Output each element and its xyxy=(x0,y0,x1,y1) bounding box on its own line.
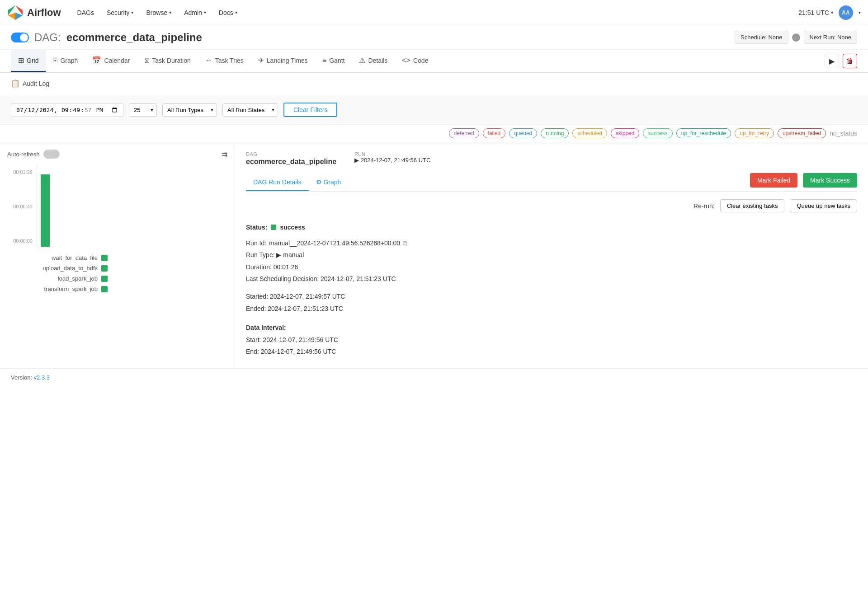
task-list: wait_for_data_file upload_data_to_hdfs l… xyxy=(7,253,227,294)
user-avatar[interactable]: AA xyxy=(839,5,853,20)
task-name-upload: upload_data_to_hdfs xyxy=(7,265,98,272)
panel-tab-graph[interactable]: ⚙ Graph xyxy=(309,174,349,191)
panel-header: DAG ecommerce_data_pipeline Run ▶ 2024-1… xyxy=(246,151,857,166)
columns-icon[interactable]: ⇉ xyxy=(222,150,227,159)
legend-success[interactable]: success xyxy=(643,128,672,138)
task-name-transform: transform_spark_job xyxy=(7,286,98,292)
interval-start-label: Start: xyxy=(246,336,261,343)
clear-tasks-button[interactable]: Clear existing tasks xyxy=(720,199,785,212)
duration-line: Duration: 00:01:26 xyxy=(246,261,857,273)
tab-calendar[interactable]: 📅 Calendar xyxy=(85,50,137,72)
list-item: upload_data_to_hdfs xyxy=(7,263,227,273)
duration-label: Duration: xyxy=(246,263,274,271)
tab-grid[interactable]: ⊞ Grid xyxy=(11,50,46,72)
airflow-logo-text: Airflow xyxy=(27,7,61,19)
run-states-select[interactable]: All Run States success failed running xyxy=(222,103,278,117)
legend-upstream-failed[interactable]: upstream_failed xyxy=(778,128,826,138)
tab-details[interactable]: ⚠ Details xyxy=(352,50,395,72)
nav-links: DAGs Security ▾ Browse ▾ Admin ▾ Docs ▾ xyxy=(72,5,788,20)
dag-col-name: ecommerce_data_pipeline xyxy=(246,158,336,166)
tab-task-duration[interactable]: ⧖ Task Duration xyxy=(137,50,198,72)
legend-up-for-retry[interactable]: up_for_retry xyxy=(735,128,774,138)
duration-value: 00:01:26 xyxy=(274,263,298,271)
legend-running[interactable]: running xyxy=(541,128,569,138)
avatar-chevron: ▾ xyxy=(859,10,861,15)
last-scheduling-value: 2024-12-07, 21:51:23 UTC xyxy=(321,275,396,282)
tab-code-label: Code xyxy=(413,57,428,64)
started-value: 2024-12-07, 21:49:57 UTC xyxy=(270,293,345,300)
last-scheduling-line: Last Scheduling Decision: 2024-12-07, 21… xyxy=(246,273,857,285)
dag-toggle[interactable] xyxy=(11,33,29,42)
copy-icon[interactable]: ⧉ xyxy=(403,237,407,249)
version-link[interactable]: v2.3.3 xyxy=(34,374,50,381)
right-panel: DAG ecommerce_data_pipeline Run ▶ 2024-1… xyxy=(235,142,868,368)
date-filter[interactable] xyxy=(11,103,123,117)
schedule-badge: Schedule: None xyxy=(735,31,788,44)
task-dot-upload[interactable] xyxy=(101,265,108,272)
ended-line: Ended: 2024-12-07, 21:51:23 UTC xyxy=(246,303,857,315)
airflow-logo-icon xyxy=(7,5,24,21)
mark-failed-button[interactable]: Mark Failed xyxy=(750,173,797,188)
tab-landing-times[interactable]: ✈ Landing Times xyxy=(251,50,315,72)
queue-tasks-button[interactable]: Queue up new tasks xyxy=(790,199,857,212)
chart-bar[interactable] xyxy=(41,174,50,247)
task-dot-wait[interactable] xyxy=(101,255,108,261)
nav-security[interactable]: Security ▾ xyxy=(101,5,139,20)
interval-start-value: 2024-12-07, 21:49:56 UTC xyxy=(263,336,338,343)
task-name-load: load_spark_job xyxy=(7,275,98,282)
task-dot-transform[interactable] xyxy=(101,286,108,292)
nav-browse[interactable]: Browse ▾ xyxy=(141,5,177,20)
legend-deferred[interactable]: deferred xyxy=(449,128,479,138)
interval-end-value: 2024-12-07, 21:49:56 UTC xyxy=(261,348,336,355)
interval-start-line: Start: 2024-12-07, 21:49:56 UTC xyxy=(246,334,857,346)
legend-skipped[interactable]: skipped xyxy=(611,128,639,138)
dag-name: ecommerce_data_pipeline xyxy=(66,31,202,44)
tab-code[interactable]: <> Code xyxy=(395,50,435,72)
list-item: load_spark_job xyxy=(7,273,227,284)
mark-success-button[interactable]: Mark Success xyxy=(803,173,857,188)
legend-up-for-reschedule[interactable]: up_for_reschedule xyxy=(676,128,731,138)
auto-refresh-toggle[interactable] xyxy=(43,150,60,159)
tab-task-duration-label: Task Duration xyxy=(152,57,191,64)
task-dot-load[interactable] xyxy=(101,276,108,282)
chart-body xyxy=(37,166,53,247)
footer: Version: v2.3.3 xyxy=(0,368,868,386)
tab-audit-log[interactable]: 📋 Audit Log xyxy=(11,73,57,95)
auto-refresh-row: Auto-refresh ⇉ xyxy=(7,150,227,159)
status-dot xyxy=(271,225,276,230)
info-icon[interactable]: i xyxy=(792,33,800,42)
nav-admin[interactable]: Admin ▾ xyxy=(179,5,212,20)
run-types-select[interactable]: All Run Types manual scheduled xyxy=(162,103,217,117)
tab-gantt[interactable]: ≡ Gantt xyxy=(315,50,352,72)
airflow-logo[interactable]: Airflow xyxy=(7,5,61,21)
legend-failed[interactable]: failed xyxy=(483,128,506,138)
tab-task-tries-label: Task Tries xyxy=(215,57,244,64)
chart-label-bot: 00:00:00 xyxy=(7,238,33,244)
bar-success[interactable] xyxy=(41,174,50,247)
tab-graph[interactable]: ⎘ Graph xyxy=(46,50,85,72)
panel-tab-details[interactable]: DAG Run Details xyxy=(246,174,309,191)
status-value: success xyxy=(280,221,305,234)
task-bar-area-wait xyxy=(101,255,108,261)
dag-meta: Schedule: None i Next Run: None xyxy=(735,31,857,44)
data-interval-section: Data Interval: Start: 2024-12-07, 21:49:… xyxy=(246,322,857,358)
dag-col-label: DAG xyxy=(246,151,336,157)
nav-dags[interactable]: DAGs xyxy=(72,5,99,20)
auto-refresh-label: Auto-refresh xyxy=(7,151,40,158)
tab-details-label: Details xyxy=(368,57,387,64)
runs-select[interactable]: 25 50 100 xyxy=(129,103,157,117)
nav-docs[interactable]: Docs ▾ xyxy=(213,5,243,20)
run-types-select-wrap: All Run Types manual scheduled xyxy=(162,103,217,117)
list-item: transform_spark_job xyxy=(7,284,227,294)
run-type-value: ▶ manual xyxy=(276,251,304,258)
chart-label-top: 00:01:26 xyxy=(7,169,33,175)
legend-queued[interactable]: queued xyxy=(509,128,537,138)
legend-scheduled[interactable]: scheduled xyxy=(572,128,607,138)
tab-task-tries[interactable]: ↔ Task Tries xyxy=(198,50,251,72)
clear-filters-button[interactable]: Clear Filters xyxy=(283,103,337,117)
run-id-line: Run Id: manual__2024-12-07T21:49:56.5262… xyxy=(246,237,857,249)
run-col-value: ▶ 2024-12-07, 21:49:56 UTC xyxy=(354,157,430,164)
play-button[interactable]: ▶ xyxy=(825,54,839,68)
delete-button[interactable]: 🗑 xyxy=(843,54,857,68)
nav-time[interactable]: 21:51 UTC ▾ xyxy=(798,9,833,16)
